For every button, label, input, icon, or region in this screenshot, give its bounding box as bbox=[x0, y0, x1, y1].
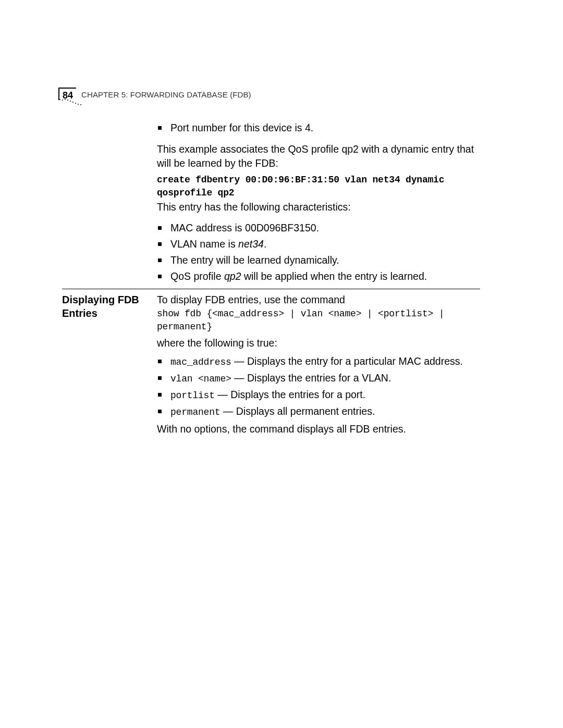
title-word1-c: F bbox=[130, 90, 135, 99]
list-item-text-a: QoS profile bbox=[170, 270, 224, 282]
body-paragraph: where the following is true: bbox=[157, 336, 480, 350]
list-item: MAC address is 00D096BF3150. bbox=[157, 221, 480, 235]
list-item-text-c: . bbox=[264, 238, 266, 250]
chapter-num: 5: bbox=[119, 90, 130, 99]
list-item-text: The entry will be learned dynamically. bbox=[170, 254, 339, 266]
chapter-word-c: C bbox=[81, 90, 87, 99]
list-item: portlist — Displays the entries for a po… bbox=[157, 388, 480, 402]
title-word2-tail: ATABASE bbox=[192, 90, 228, 99]
list-item: Port number for this device is 4. bbox=[157, 121, 480, 135]
section-heading: Displaying FDB Entries bbox=[62, 293, 151, 320]
list-item-text-a: VLAN name is bbox=[170, 238, 238, 250]
body-paragraph: With no options, the command displays al… bbox=[157, 422, 480, 436]
list-item-text-c: will be applied when the entry is learne… bbox=[241, 270, 427, 282]
option-desc: — Displays the entries for a VLAN. bbox=[231, 372, 391, 384]
running-header: 84 CHAPTER 5: FORWARDING DATABASE (FDB) bbox=[58, 88, 251, 100]
options-list: mac_address — Displays the entry for a p… bbox=[157, 354, 480, 421]
list-item-text: MAC address is 00D096BF3150. bbox=[170, 222, 319, 233]
option-code: mac_address bbox=[170, 357, 231, 367]
list-item: VLAN name is net34. bbox=[157, 237, 480, 251]
list-item: permanent — Displays all permanent entri… bbox=[157, 404, 480, 419]
list-item: vlan <name> — Displays the entries for a… bbox=[157, 371, 480, 386]
prev-list: Port number for this device is 4. bbox=[157, 121, 480, 137]
body-paragraph: To display FDB entries, use the command bbox=[157, 293, 480, 307]
title-paren: (FDB) bbox=[228, 90, 251, 99]
option-code: vlan <name> bbox=[170, 374, 231, 384]
characteristics-list: MAC address is 00D096BF3150. VLAN name i… bbox=[157, 221, 480, 286]
option-code: permanent bbox=[170, 407, 220, 417]
list-item-text-em: qp2 bbox=[224, 270, 241, 282]
list-item: mac_address — Displays the entry for a p… bbox=[157, 354, 480, 369]
list-item: The entry will be learned dynamically. bbox=[157, 253, 480, 267]
list-item: QoS profile qp2 will be applied when the… bbox=[157, 269, 480, 283]
list-item-text: Port number for this device is 4. bbox=[170, 122, 313, 133]
command-example: create fdbentry 00:D0:96:BF:31:50 vlan n… bbox=[157, 174, 480, 200]
page-number: 84 bbox=[58, 88, 76, 100]
command-syntax: show fdb {<mac_address> | vlan <name> | … bbox=[157, 307, 480, 334]
section-heading-l1: Displaying FDB bbox=[62, 294, 139, 305]
option-desc: — Displays the entry for a particular MA… bbox=[231, 355, 463, 367]
header-dots-icon bbox=[58, 99, 90, 112]
page: 84 CHAPTER 5: FORWARDING DATABASE (FDB) … bbox=[0, 0, 563, 728]
option-code: portlist bbox=[170, 390, 215, 401]
list-item-text-em: net34 bbox=[238, 238, 264, 250]
title-word1-tail: ORWARDING bbox=[135, 90, 185, 99]
section-divider bbox=[62, 289, 480, 289]
body-paragraph: This entry has the following characteris… bbox=[157, 200, 480, 214]
section-heading-l2: Entries bbox=[62, 307, 97, 319]
title-word2-c: D bbox=[185, 90, 192, 99]
option-desc: — Displays all permanent entries. bbox=[220, 405, 375, 417]
chapter-title: CHAPTER 5: FORWARDING DATABASE (FDB) bbox=[81, 90, 251, 99]
chapter-word-tail: HAPTER bbox=[87, 90, 119, 99]
body-paragraph: This example associates the QoS profile … bbox=[157, 142, 480, 170]
option-desc: — Displays the entries for a port. bbox=[215, 389, 365, 400]
